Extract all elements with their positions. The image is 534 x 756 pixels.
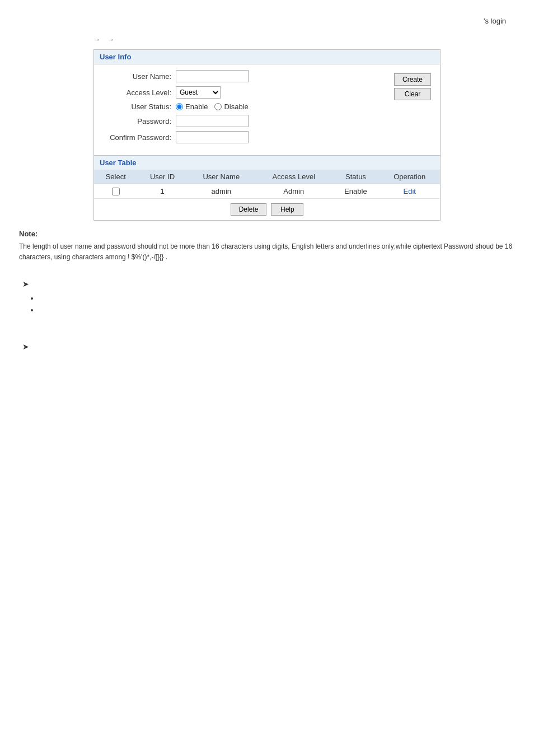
user-status-row: User Status: Enable Disable [103, 102, 431, 111]
enable-radio[interactable] [176, 103, 183, 110]
breadcrumb-arrow-2: → [107, 35, 114, 44]
row-status: Enable [332, 184, 380, 199]
extra-content-1: ➤ [17, 279, 517, 314]
user-info-section: User Name: Access Level: Guest Admin Ope… [94, 64, 440, 156]
row-checkbox[interactable] [112, 188, 120, 195]
username-label: User Name: [103, 72, 176, 81]
access-level-row: Access Level: Guest Admin Operator [103, 86, 431, 99]
delete-button[interactable]: Delete [231, 203, 267, 216]
password-input[interactable] [176, 115, 249, 127]
confirm-password-input[interactable] [176, 131, 249, 143]
user-table-header: User Table [94, 156, 440, 170]
row-operation: Edit [379, 184, 440, 199]
password-row: Password: [103, 115, 431, 127]
access-level-select[interactable]: Guest Admin Operator [176, 86, 221, 99]
username-row: User Name: [103, 70, 431, 82]
col-select: Select [94, 170, 137, 184]
table-actions: Delete Help [94, 199, 440, 220]
row-select-cell [94, 184, 137, 199]
bullet-item-2 [39, 306, 512, 314]
col-access-level: Access Level [255, 170, 332, 184]
enable-text: Enable [185, 102, 208, 111]
user-status-label: User Status: [103, 102, 176, 111]
clear-button[interactable]: Clear [394, 88, 431, 100]
note-section: Note: The length of user name and passwo… [17, 228, 517, 263]
disable-radio-label[interactable]: Disable [214, 102, 248, 111]
confirm-password-row: Confirm Password: [103, 131, 431, 143]
status-radio-group: Enable Disable [176, 102, 249, 111]
row-userid: 1 [137, 184, 187, 199]
create-button[interactable]: Create [394, 73, 431, 86]
user-table-section: User Table Select User ID User Name Acce… [94, 156, 440, 220]
password-label: Password: [103, 117, 176, 125]
main-panel: User Info User Name: Access Level: Guest… [93, 49, 441, 221]
col-userid: User ID [137, 170, 187, 184]
enable-radio-label[interactable]: Enable [176, 102, 208, 111]
username-input[interactable] [176, 70, 249, 82]
bullet-list-1 [22, 294, 512, 314]
note-label: Note: [19, 228, 517, 240]
disable-radio[interactable] [214, 103, 222, 110]
lower-section: ➤ [17, 342, 517, 351]
user-table: Select User ID User Name Access Level St… [94, 170, 440, 199]
action-buttons: Create Clear [394, 73, 431, 100]
arrow-bullet-1: ➤ [22, 279, 512, 288]
user-info-header: User Info [94, 50, 440, 64]
help-button[interactable]: Help [271, 203, 303, 216]
edit-link[interactable]: Edit [403, 187, 415, 195]
arrow-bullet-2: ➤ [22, 342, 512, 351]
col-username: User Name [188, 170, 255, 184]
row-access-level: Admin [255, 184, 332, 199]
bullet-item-1 [39, 294, 512, 302]
col-operation: Operation [379, 170, 440, 184]
table-header-row: Select User ID User Name Access Level St… [94, 170, 440, 184]
access-level-label: Access Level: [103, 88, 176, 97]
disable-text: Disable [224, 102, 248, 111]
login-text: 's login [17, 11, 517, 25]
row-username: admin [188, 184, 255, 199]
col-status: Status [332, 170, 380, 184]
note-text: The length of user name and password sho… [19, 241, 517, 263]
breadcrumb: → → [90, 35, 517, 44]
breadcrumb-arrow-1: → [93, 35, 100, 44]
confirm-password-label: Confirm Password: [103, 133, 176, 142]
table-row: 1 admin Admin Enable Edit [94, 184, 440, 199]
